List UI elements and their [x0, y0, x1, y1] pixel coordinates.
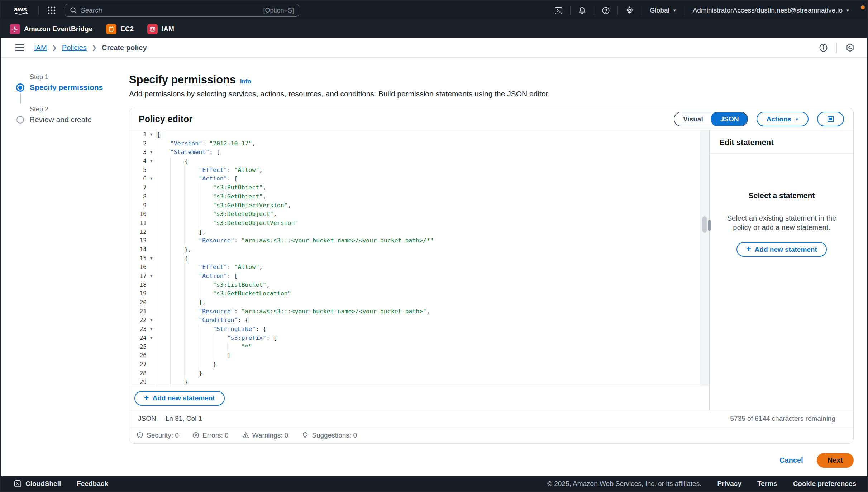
add-new-statement-button-panel[interactable]: + Add new statement	[736, 242, 827, 257]
notifications-bell-icon[interactable]	[571, 6, 594, 15]
help-icon[interactable]	[594, 6, 617, 15]
code-fold-spacer	[147, 343, 156, 352]
info-link[interactable]: Info	[240, 78, 251, 85]
json-punctuation: : [	[209, 149, 220, 155]
maximize-editor-button[interactable]	[817, 112, 844, 126]
code-fold-icon[interactable]: ▼	[147, 272, 156, 281]
edit-statement-panel: Edit statement Select a statement Select…	[710, 130, 853, 410]
indent-guide	[199, 289, 213, 298]
empty-state-text: Select an existing statement in the poli…	[719, 213, 845, 232]
code-text: "Effect": "Allow",	[156, 166, 263, 175]
step-radio-selected[interactable]	[16, 83, 24, 92]
feedback-button[interactable]: Feedback	[77, 480, 108, 488]
code-text: ],	[156, 298, 206, 307]
code-text: "s3:GetBucketLocation"	[156, 289, 291, 298]
code-text: "s3:DeleteObject",	[156, 210, 277, 219]
chevron-down-icon: ▼	[673, 8, 677, 13]
apps-grid-icon[interactable]	[47, 6, 56, 15]
visual-tab[interactable]: Visual	[674, 112, 712, 126]
panel-resize-divider[interactable]	[709, 130, 710, 410]
code-text: "s3:ListBucket",	[156, 281, 270, 290]
check-label: Security: 0	[147, 431, 179, 439]
chevron-down-icon: ▼	[795, 117, 799, 121]
add-new-statement-button[interactable]: + Add new statement	[134, 391, 225, 406]
resize-grip[interactable]	[708, 220, 711, 231]
settings-gear-icon[interactable]	[618, 6, 642, 15]
code-fold-icon[interactable]: ▼	[147, 130, 156, 139]
code-fold-icon[interactable]: ▼	[147, 334, 156, 343]
empty-state-title: Select a statement	[749, 191, 815, 200]
check-label: Warnings: 0	[252, 431, 288, 439]
step-radio-unselected[interactable]	[16, 116, 24, 124]
code-fold-spacer	[147, 263, 156, 272]
code-text: "s3:GetObject",	[156, 192, 266, 201]
account-menu[interactable]: AdministratorAccess/dustin.nest@streamna…	[685, 6, 858, 14]
cloudshell-footer-button[interactable]: CloudShell	[14, 480, 61, 488]
indent-guide	[156, 228, 170, 237]
favorite-service-amazon-eventbridge[interactable]: Amazon EventBridge	[10, 24, 92, 34]
favorite-service-ec2[interactable]: EC2	[106, 24, 134, 34]
next-button[interactable]: Next	[817, 453, 854, 468]
error-icon	[192, 432, 199, 439]
indent-guide	[184, 289, 199, 298]
terms-link[interactable]: Terms	[757, 480, 777, 488]
json-punctuation: :	[202, 140, 209, 147]
indent-guide	[156, 351, 170, 360]
code-fold-icon[interactable]: ▼	[147, 254, 156, 263]
add-statement-label: Add new statement	[152, 394, 215, 402]
indent-guide	[199, 201, 213, 210]
indent-guide	[170, 289, 185, 298]
line-number: 8	[129, 192, 147, 201]
indent-guide	[184, 228, 199, 237]
actions-dropdown-button[interactable]: Actions ▼	[757, 112, 809, 126]
line-number: 4	[129, 157, 147, 166]
cookie-preferences-link[interactable]: Cookie preferences	[793, 480, 856, 488]
side-menu-icon[interactable]	[15, 43, 25, 53]
indent-guide	[184, 210, 199, 219]
info-icon[interactable]	[817, 43, 829, 52]
json-punctuation: : [	[266, 334, 277, 341]
privacy-link[interactable]: Privacy	[717, 480, 741, 488]
editor-scrollbar[interactable]	[700, 130, 709, 386]
code-fold-icon[interactable]: ▼	[147, 316, 156, 325]
json-code-editor[interactable]: 1▼{2"Version": "2012-10-17",3▼"Statement…	[129, 130, 709, 386]
breadcrumb-item-policies[interactable]: Policies	[62, 44, 87, 52]
indent-guide	[184, 263, 199, 272]
search-placeholder: Search	[81, 6, 259, 14]
code-fold-icon[interactable]: ▼	[147, 148, 156, 157]
step-label[interactable]: Review and create	[29, 115, 92, 124]
json-tab[interactable]: JSON	[711, 112, 748, 126]
step-label[interactable]: Specify permissions	[30, 83, 103, 92]
indent-guide	[199, 334, 213, 343]
code-line-1: 1▼{	[129, 130, 709, 139]
cloudshell-icon[interactable]	[547, 6, 570, 15]
breadcrumb: IAM❯Policies❯Create policy	[34, 44, 147, 52]
search-icon	[70, 7, 77, 14]
json-punctuation: ],	[199, 299, 206, 306]
code-line-13: 13"Resource": "arn:aws:s3:::<your-bucket…	[129, 236, 709, 245]
cancel-button[interactable]: Cancel	[779, 456, 803, 464]
code-fold-icon[interactable]: ▼	[147, 174, 156, 183]
indent-guide	[156, 183, 170, 192]
indent-guide	[156, 174, 170, 183]
code-fold-icon[interactable]: ▼	[147, 325, 156, 334]
settings-hexagon-icon[interactable]	[844, 43, 856, 52]
indent-guide	[199, 192, 213, 201]
aws-logo[interactable]: aws	[13, 5, 30, 16]
indent-guide	[170, 343, 185, 352]
check-suggestions: Suggestions: 0	[302, 431, 357, 439]
code-text: }	[156, 378, 188, 386]
indent-guide	[170, 360, 185, 369]
json-key: "Action"	[199, 175, 227, 182]
breadcrumb-item-iam[interactable]: IAM	[34, 44, 47, 52]
json-punctuation: ,	[259, 167, 263, 173]
code-text: }	[156, 369, 202, 378]
step-row: Review and create	[16, 115, 129, 124]
code-line-27: 27}	[129, 360, 709, 369]
search-input[interactable]: Search [Option+S]	[65, 4, 299, 17]
indent-guide	[213, 343, 227, 352]
region-selector[interactable]: Global ▼	[642, 6, 685, 14]
indent-guide	[156, 307, 170, 316]
code-fold-icon[interactable]: ▼	[147, 157, 156, 166]
favorite-service-iam[interactable]: IAM	[147, 24, 174, 34]
